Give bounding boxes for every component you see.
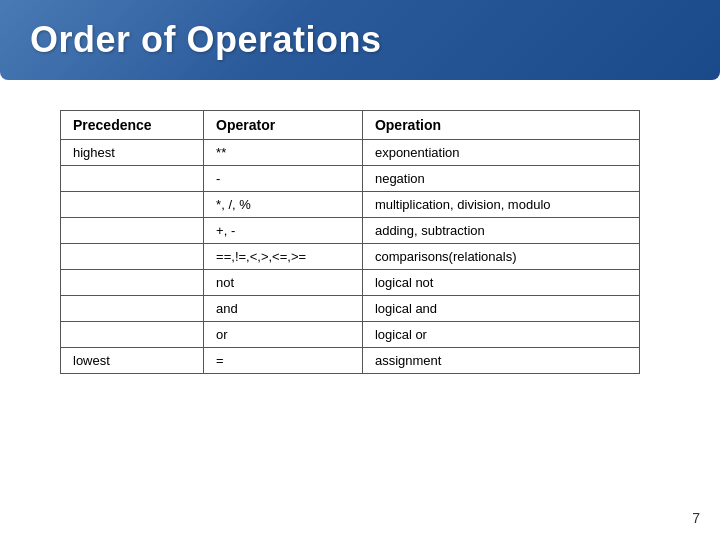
- cell-precedence: [61, 218, 204, 244]
- cell-operation: negation: [362, 166, 639, 192]
- table-row: -negation: [61, 166, 640, 192]
- cell-operator: not: [204, 270, 363, 296]
- main-content: Precedence Operator Operation highest**e…: [0, 80, 720, 404]
- cell-precedence: [61, 244, 204, 270]
- col-header-precedence: Precedence: [61, 111, 204, 140]
- table-row: orlogical or: [61, 322, 640, 348]
- cell-operator: =: [204, 348, 363, 374]
- cell-operation: assignment: [362, 348, 639, 374]
- cell-precedence: [61, 166, 204, 192]
- table-row: andlogical and: [61, 296, 640, 322]
- cell-operator: or: [204, 322, 363, 348]
- table-row: lowest=assignment: [61, 348, 640, 374]
- page-title: Order of Operations: [30, 19, 382, 61]
- cell-precedence: [61, 296, 204, 322]
- table-row: +, -adding, subtraction: [61, 218, 640, 244]
- cell-operator: *, /, %: [204, 192, 363, 218]
- table-header-row: Precedence Operator Operation: [61, 111, 640, 140]
- cell-precedence: lowest: [61, 348, 204, 374]
- cell-precedence: [61, 192, 204, 218]
- cell-operation: logical not: [362, 270, 639, 296]
- cell-operation: adding, subtraction: [362, 218, 639, 244]
- col-header-operator: Operator: [204, 111, 363, 140]
- cell-operator: -: [204, 166, 363, 192]
- cell-precedence: [61, 322, 204, 348]
- cell-operator: and: [204, 296, 363, 322]
- cell-operation: logical and: [362, 296, 639, 322]
- cell-operation: exponentiation: [362, 140, 639, 166]
- cell-precedence: highest: [61, 140, 204, 166]
- cell-operation: comparisons(relationals): [362, 244, 639, 270]
- page-number: 7: [692, 510, 700, 526]
- cell-operation: logical or: [362, 322, 639, 348]
- operations-table: Precedence Operator Operation highest**e…: [60, 110, 640, 374]
- cell-operator: ==,!=,<,>,<=,>=: [204, 244, 363, 270]
- page-header: Order of Operations: [0, 0, 720, 80]
- table-row: highest**exponentiation: [61, 140, 640, 166]
- table-row: ==,!=,<,>,<=,>=comparisons(relationals): [61, 244, 640, 270]
- table-row: notlogical not: [61, 270, 640, 296]
- col-header-operation: Operation: [362, 111, 639, 140]
- table-row: *, /, %multiplication, division, modulo: [61, 192, 640, 218]
- cell-precedence: [61, 270, 204, 296]
- cell-operation: multiplication, division, modulo: [362, 192, 639, 218]
- cell-operator: **: [204, 140, 363, 166]
- cell-operator: +, -: [204, 218, 363, 244]
